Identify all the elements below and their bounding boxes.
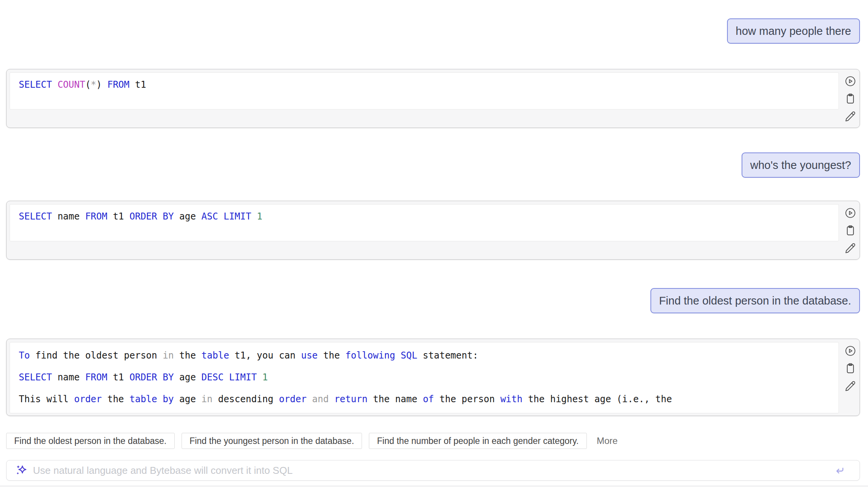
user-message-bubble: who's the youngest? <box>742 152 860 178</box>
suggestion-row: Find the oldest person in the database.F… <box>6 433 860 449</box>
sql-code-line: SELECT COUNT(*) FROM t1 <box>19 78 830 92</box>
pencil-icon <box>845 111 856 122</box>
user-message-bubble: how many people there <box>727 18 860 44</box>
sparkles-icon <box>15 464 27 477</box>
sql-code-area: SELECT COUNT(*) FROM t1 <box>10 72 839 110</box>
suggestion-chip[interactable]: Find the oldest person in the database. <box>6 433 175 449</box>
chat-history: how many people thereSELECT COUNT(*) FRO… <box>6 18 860 416</box>
user-message-row: who's the youngest? <box>6 152 860 178</box>
assistant-sql-card: SELECT COUNT(*) FROM t1 <box>6 69 860 128</box>
run-sql-button[interactable] <box>845 75 856 87</box>
sql-code-area: SELECT name FROM t1 ORDER BY age ASC LIM… <box>10 204 839 241</box>
bytebase-ai-chat-panel: how many people thereSELECT COUNT(*) FRO… <box>0 0 868 488</box>
clipboard-icon <box>845 363 856 374</box>
edit-sql-button[interactable] <box>845 111 856 122</box>
sql-card-actions <box>845 207 856 254</box>
sql-code-area: To find the oldest person in the table t… <box>10 342 839 413</box>
sql-code-line: This will order the table by age in desc… <box>19 388 830 410</box>
pencil-icon <box>845 242 856 254</box>
user-message-row: Find the oldest person in the database. <box>6 288 860 313</box>
bottom-divider <box>0 486 868 486</box>
run-sql-button[interactable] <box>845 207 856 219</box>
assistant-message-row: To find the oldest person in the table t… <box>6 339 860 416</box>
sql-card-actions <box>845 75 856 122</box>
copy-sql-button[interactable] <box>845 363 856 374</box>
assistant-sql-card: To find the oldest person in the table t… <box>6 339 860 416</box>
play-icon <box>845 75 856 87</box>
play-icon <box>845 207 856 219</box>
pencil-icon <box>845 380 856 392</box>
sql-card-actions <box>845 345 856 392</box>
sql-code-line: SELECT name FROM t1 ORDER BY age ASC LIM… <box>19 210 830 223</box>
suggestion-chip[interactable]: Find the number of people in each gender… <box>369 433 586 449</box>
enter-icon[interactable] <box>834 465 845 476</box>
clipboard-icon <box>845 225 856 236</box>
assistant-sql-card: SELECT name FROM t1 ORDER BY age ASC LIM… <box>6 201 860 260</box>
assistant-message-row: SELECT name FROM t1 ORDER BY age ASC LIM… <box>6 201 860 260</box>
sql-code-line: To find the oldest person in the table t… <box>19 345 830 367</box>
nl2sql-input-field[interactable] <box>32 464 825 477</box>
edit-sql-button[interactable] <box>845 380 856 392</box>
run-sql-button[interactable] <box>845 345 856 357</box>
sql-code-line: SELECT name FROM t1 ORDER BY age DESC LI… <box>19 367 830 388</box>
clipboard-icon <box>845 93 856 105</box>
more-suggestions-button[interactable]: More <box>597 436 618 446</box>
edit-sql-button[interactable] <box>845 242 856 254</box>
copy-sql-button[interactable] <box>845 93 856 105</box>
user-message-bubble: Find the oldest person in the database. <box>650 288 860 313</box>
assistant-message-row: SELECT COUNT(*) FROM t1 <box>6 69 860 128</box>
suggestion-chip[interactable]: Find the youngest person in the database… <box>182 433 362 449</box>
play-icon <box>845 345 856 357</box>
copy-sql-button[interactable] <box>845 225 856 236</box>
nl2sql-input <box>6 460 860 481</box>
user-message-row: how many people there <box>6 18 860 44</box>
